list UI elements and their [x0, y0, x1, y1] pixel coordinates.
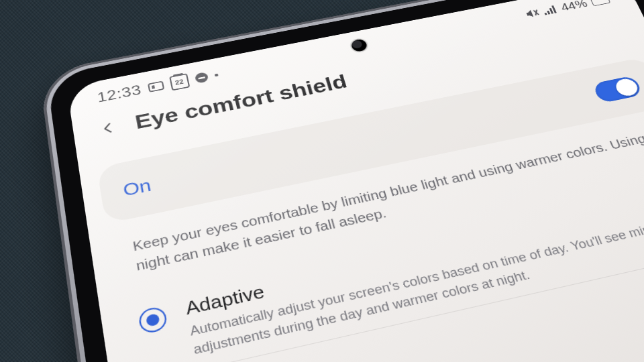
master-toggle-switch[interactable]	[592, 75, 643, 103]
phone-frame: 12:33 22	[46, 0, 644, 362]
more-notifications-dot	[214, 73, 218, 76]
battery-percent: 44%	[559, 0, 589, 13]
photo-background: 12:33 22	[0, 0, 644, 362]
back-button[interactable]	[94, 115, 123, 141]
do-not-disturb-icon	[194, 72, 209, 84]
svg-rect-4	[544, 13, 547, 15]
status-clock: 12:33	[96, 82, 142, 106]
svg-rect-0	[148, 82, 164, 92]
calendar-day: 22	[174, 78, 184, 86]
master-toggle-label: On	[121, 176, 152, 200]
voice-recorder-icon	[147, 81, 164, 93]
switch-knob	[613, 77, 641, 97]
svg-rect-5	[547, 11, 550, 15]
battery-icon	[590, 0, 613, 6]
status-right: 44%	[523, 0, 614, 20]
phone-device: 12:33 22	[39, 0, 644, 362]
phone-bezel: 12:33 22	[39, 0, 644, 362]
radio-adaptive[interactable]	[138, 306, 168, 335]
phone-screen: 12:33 22	[66, 0, 644, 362]
calendar-icon: 22	[169, 73, 190, 90]
signal-icon	[542, 5, 558, 15]
mute-icon	[524, 7, 541, 19]
svg-rect-1	[151, 85, 154, 89]
chevron-left-icon	[99, 120, 117, 135]
